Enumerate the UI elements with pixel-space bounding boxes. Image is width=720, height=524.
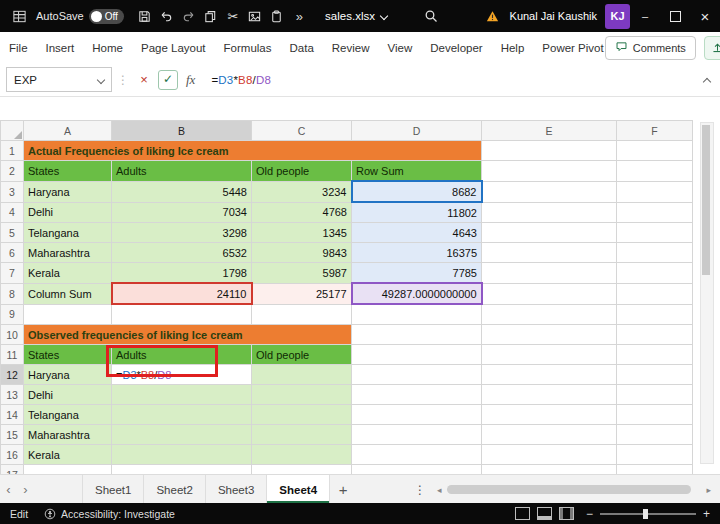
ribbon-tab-data[interactable]: Data — [289, 40, 315, 56]
ribbon-tab-file[interactable]: File — [8, 40, 29, 56]
cell-C16[interactable] — [252, 445, 352, 465]
cell[interactable] — [352, 385, 482, 405]
file-name[interactable]: sales.xlsx — [325, 10, 387, 22]
column-header-e[interactable]: E — [482, 121, 617, 141]
row-header[interactable]: 1 — [1, 141, 24, 161]
cell[interactable] — [617, 263, 693, 284]
cell-A2[interactable]: States — [24, 161, 112, 182]
cell-C11[interactable]: Old people — [252, 345, 352, 365]
cell[interactable] — [617, 304, 693, 325]
column-header-d[interactable]: D — [352, 121, 482, 141]
cell-B5[interactable]: 3298 — [112, 223, 252, 243]
cell[interactable] — [617, 345, 693, 365]
row-header[interactable]: 7 — [1, 263, 24, 284]
ribbon-tab-home[interactable]: Home — [91, 40, 124, 56]
cell-B2[interactable]: Adults — [112, 161, 252, 182]
cell-A5[interactable]: Telangana — [24, 223, 112, 243]
page-break-view-icon[interactable] — [559, 507, 574, 520]
collapse-formula-bar-icon[interactable] — [704, 71, 710, 89]
cell-B16[interactable] — [112, 445, 252, 465]
name-box[interactable]: EXP — [6, 67, 112, 92]
column-header-b[interactable]: B — [112, 121, 252, 141]
cell-D3[interactable]: 8682 — [352, 181, 482, 202]
ribbon-tab-formulas[interactable]: Formulas — [223, 40, 273, 56]
page-layout-view-icon[interactable] — [537, 507, 552, 520]
comments-button[interactable]: Comments — [605, 36, 696, 60]
insert-function-button[interactable]: fx — [186, 72, 195, 88]
add-sheet-button[interactable]: + — [330, 475, 356, 504]
cell[interactable] — [482, 445, 617, 465]
formula-input[interactable]: =D3*B8/D8 — [211, 74, 271, 86]
cell-A11[interactable]: States — [24, 345, 112, 365]
cell-C5[interactable]: 1345 — [252, 223, 352, 243]
horizontal-scrollbar-track[interactable] — [445, 484, 704, 495]
cell[interactable] — [482, 405, 617, 425]
cell-C4[interactable]: 4768 — [252, 202, 352, 223]
sheet-tab-sheet2[interactable]: Sheet2 — [143, 475, 204, 504]
ribbon-tab-help[interactable]: Help — [500, 40, 526, 56]
cell-B11[interactable]: Adults — [112, 345, 252, 365]
cell[interactable] — [617, 365, 693, 385]
copy-icon[interactable] — [200, 3, 222, 29]
cell[interactable] — [482, 141, 617, 161]
cell-C2[interactable]: Old people — [252, 161, 352, 182]
row-header[interactable]: 11 — [1, 345, 24, 365]
cell[interactable] — [24, 304, 112, 325]
select-all-corner[interactable] — [1, 121, 24, 141]
cell[interactable] — [482, 283, 617, 304]
cell-B8[interactable]: 24110 — [112, 283, 252, 304]
sheet-options-icon[interactable]: ⋮ — [414, 475, 426, 504]
cell[interactable] — [482, 223, 617, 243]
cell[interactable] — [617, 181, 693, 202]
account-info[interactable]: Kunal Jai Kaushik — [482, 3, 597, 29]
cell-C7[interactable]: 5987 — [252, 263, 352, 284]
cancel-entry-button[interactable]: × — [134, 72, 154, 87]
cell[interactable] — [617, 141, 693, 161]
zoom-slider-thumb[interactable] — [643, 509, 648, 519]
cell-D4[interactable]: 11802 — [352, 202, 482, 223]
cell[interactable] — [352, 325, 482, 345]
cell[interactable] — [352, 345, 482, 365]
sheet-tab-sheet3[interactable]: Sheet3 — [205, 475, 266, 504]
row-header[interactable]: 13 — [1, 385, 24, 405]
horizontal-scrollbar[interactable]: ◂ ▸ — [434, 475, 714, 504]
row-header[interactable]: 8 — [1, 283, 24, 304]
more-commands-icon[interactable]: » — [296, 9, 303, 24]
cell-B13[interactable] — [112, 385, 252, 405]
cell-D6[interactable]: 16375 — [352, 243, 482, 263]
cell-B15[interactable] — [112, 425, 252, 445]
row-header[interactable]: 9 — [1, 304, 24, 325]
cell[interactable] — [617, 243, 693, 263]
cell-D2[interactable]: Row Sum — [352, 161, 482, 182]
save-icon[interactable] — [134, 3, 156, 29]
scroll-right-icon[interactable]: ▸ — [703, 485, 714, 495]
cell-A16[interactable]: Kerala — [24, 445, 112, 465]
row-header[interactable]: 2 — [1, 161, 24, 182]
cell-C13[interactable] — [252, 385, 352, 405]
normal-view-icon[interactable] — [515, 507, 530, 520]
cell[interactable] — [482, 202, 617, 223]
picture-icon[interactable] — [244, 3, 266, 29]
avatar[interactable]: KJ — [605, 4, 630, 29]
cell-A8[interactable]: Column Sum — [24, 283, 112, 304]
row-header[interactable]: 6 — [1, 243, 24, 263]
row-header[interactable]: 4 — [1, 202, 24, 223]
cell[interactable] — [352, 445, 482, 465]
cell[interactable] — [482, 243, 617, 263]
row-header[interactable]: 5 — [1, 223, 24, 243]
cell-A10[interactable]: Observed frequencies of liking Ice cream — [24, 325, 352, 345]
row-header[interactable]: 14 — [1, 405, 24, 425]
redo-icon[interactable] — [178, 3, 200, 29]
clipboard-icon[interactable] — [266, 3, 288, 29]
autosave-switch[interactable]: Off — [89, 9, 124, 24]
cell-A4[interactable]: Delhi — [24, 202, 112, 223]
zoom-in-button[interactable]: + — [703, 507, 710, 521]
cell-A1[interactable]: Actual Frequencies of liking Ice cream — [24, 141, 482, 161]
cell-A3[interactable]: Haryana — [24, 181, 112, 202]
maximize-button[interactable] — [660, 0, 690, 32]
ribbon-tab-power-pivot[interactable]: Power Pivot — [541, 40, 604, 56]
row-header[interactable]: 16 — [1, 445, 24, 465]
vertical-scrollbar[interactable] — [700, 122, 714, 464]
cell[interactable] — [617, 325, 693, 345]
cell[interactable] — [482, 181, 617, 202]
